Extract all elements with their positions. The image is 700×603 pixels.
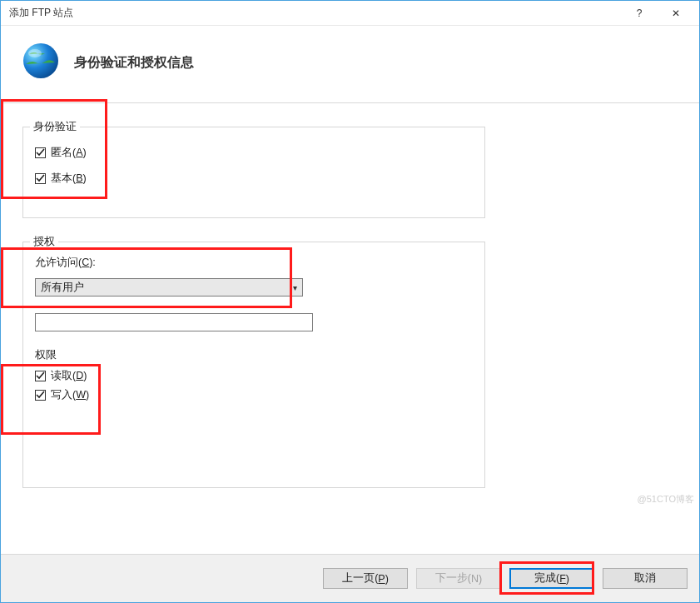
permissions-group: 权限 读取(D) 写入(W) [35, 348, 473, 402]
authorization-legend: 授权 [30, 235, 58, 249]
close-icon: ✕ [672, 7, 680, 19]
authorization-group: 授权 允许访问(C): 所有用户 ▾ 权限 读取(D) [22, 242, 485, 488]
check-icon [36, 371, 45, 381]
check-icon [36, 174, 45, 183]
anonymous-label: 匿名(A) [51, 146, 87, 160]
authentication-group: 身份验证 匿名(A) 基本(B) [22, 127, 485, 218]
dialog-window: 添加 FTP 站点 ? ✕ 身份验证和授权信息 [0, 0, 700, 603]
anonymous-checkbox-row[interactable]: 匿名(A) [35, 146, 473, 160]
read-checkbox-row[interactable]: 读取(D) [35, 369, 473, 383]
next-button: 下一步(N) [416, 568, 501, 589]
permissions-legend: 权限 [35, 348, 473, 362]
write-label: 写入(W) [51, 388, 89, 402]
watermark: @51CTO博客 [638, 493, 694, 506]
dialog-footer: 上一页(P) 下一步(N) 完成(F) 取消 [1, 554, 699, 602]
allow-access-dropdown[interactable]: 所有用户 ▾ [35, 278, 303, 297]
svg-point-1 [28, 49, 42, 57]
basic-label: 基本(B) [51, 172, 87, 186]
basic-checkbox-row[interactable]: 基本(B) [35, 172, 473, 186]
basic-checkbox[interactable] [35, 173, 46, 184]
finish-button[interactable]: 完成(F) [509, 568, 594, 589]
anonymous-checkbox[interactable] [35, 147, 46, 158]
dropdown-value: 所有用户 [41, 281, 84, 295]
read-checkbox[interactable] [35, 371, 46, 381]
write-checkbox-row[interactable]: 写入(W) [35, 388, 473, 402]
authentication-legend: 身份验证 [30, 120, 80, 134]
help-button[interactable]: ? [621, 2, 658, 25]
cancel-button[interactable]: 取消 [603, 568, 688, 589]
svg-point-0 [23, 43, 58, 78]
titlebar: 添加 FTP 站点 ? ✕ [1, 1, 699, 26]
previous-button[interactable]: 上一页(P) [323, 568, 408, 589]
content-area: 身份验证 匿名(A) 基本(B) 授权 [1, 103, 699, 554]
write-checkbox[interactable] [35, 390, 46, 401]
allow-access-label: 允许访问(C): [35, 256, 473, 270]
chevron-down-icon: ▾ [293, 283, 297, 292]
window-title: 添加 FTP 站点 [9, 6, 621, 20]
dialog-header: 身份验证和授权信息 [1, 26, 699, 103]
check-icon [36, 391, 45, 400]
check-icon [36, 148, 45, 157]
globe-icon [21, 41, 61, 84]
close-button[interactable]: ✕ [658, 2, 694, 25]
access-specific-textbox[interactable] [35, 313, 313, 331]
page-title: 身份验证和授权信息 [74, 54, 194, 72]
read-label: 读取(D) [51, 369, 87, 383]
